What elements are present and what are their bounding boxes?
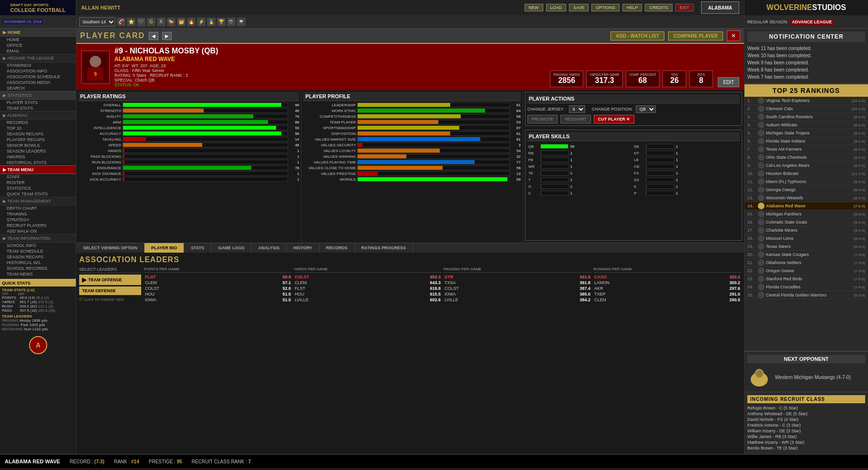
sidebar-item-roster[interactable]: ROSTER	[0, 180, 76, 185]
sidebar-item-email[interactable]: EMAIL	[0, 48, 76, 54]
position-select[interactable]: QB	[636, 105, 656, 113]
notification-center: NOTIFICATION CENTER Week 11 has been com…	[744, 29, 868, 84]
sidebar-item-quick-team-stats[interactable]: QUICK TEAM STATS	[0, 191, 76, 197]
tab-stats[interactable]: STATS	[184, 243, 211, 253]
new-button[interactable]: NEW	[525, 4, 543, 11]
sidebar-item-search[interactable]: SEARCH	[0, 85, 76, 91]
rating-bar-fill	[123, 143, 202, 147]
leader-row: COLST 387.4	[444, 286, 591, 291]
sidebar-item-season-leaders[interactable]: SEASON LEADERS	[0, 148, 76, 154]
sidebar-item-home[interactable]: HOME	[0, 37, 76, 42]
sidebar-item-association-media[interactable]: ASSOCIATION MEDIA	[0, 80, 76, 85]
cut-player-button[interactable]: CUT PLAYER ✕	[594, 115, 634, 123]
icon-lightning[interactable]: 🌩	[237, 18, 246, 26]
sidebar-item-playoff-recaps[interactable]: PLAYOFF RECAPS	[0, 137, 76, 143]
sidebar-item-recruit-players[interactable]: RECRUIT PLAYERS	[0, 223, 76, 228]
sidebar-item-add-walk-on[interactable]: ADD WALK-ON	[0, 228, 76, 234]
icon-g[interactable]: G	[147, 18, 155, 26]
icon-thunder[interactable]: ⚡	[197, 18, 206, 26]
icon-helmet[interactable]: ⛑	[227, 18, 236, 26]
tab-player-bio[interactable]: PLAYER BIO	[145, 243, 184, 253]
rating-label: ARM	[78, 120, 121, 124]
icon-trophy[interactable]: 🏆	[217, 18, 226, 26]
sidebar-item-season-recaps2[interactable]: SEASON RECAPS	[0, 254, 76, 260]
sidebar-item-senior-bowls[interactable]: SENIOR BOWLS	[0, 143, 76, 148]
sidebar-item-awards[interactable]: AWARDS	[0, 154, 76, 160]
pa-action-buttons: PROMOTE REDSHIRT CUT PLAYER ✕	[527, 115, 740, 123]
sidebar-item-strategy[interactable]: STRATEGY	[0, 217, 76, 223]
icon-crown[interactable]: 👑	[177, 18, 186, 26]
sidebar-item-season-recaps[interactable]: SEASON RECAPS	[0, 131, 76, 137]
rating-value: 93	[289, 126, 299, 130]
tab-history[interactable]: HISTORY	[287, 243, 320, 253]
tab-records[interactable]: RECORDS	[320, 243, 355, 253]
next-player-button[interactable]: ▶	[162, 32, 172, 40]
tab-analysis[interactable]: ANALYSIS	[251, 243, 287, 253]
sidebar-item-historical-wl[interactable]: HISTORICAL W/L	[0, 260, 76, 266]
load-button[interactable]: LOAD	[546, 4, 567, 11]
rank-name: Michigan Panthers	[766, 212, 854, 216]
options-button[interactable]: OPTIONS	[591, 4, 620, 11]
sidebar-item-player-stats[interactable]: PLAYER STATS	[0, 100, 76, 105]
help-button[interactable]: HELP	[622, 4, 642, 11]
icon-k[interactable]: K	[157, 18, 165, 26]
prev-player-button[interactable]: ◀	[149, 32, 158, 40]
stat-comp-pct: COMP. PERCENT 68	[626, 71, 660, 87]
credits-button[interactable]: CREDITS	[645, 4, 672, 11]
rank-row: 1. Virginia Tech Explorers (10-1-0)	[744, 97, 868, 105]
promote-button[interactable]: PROMOTE	[527, 115, 558, 123]
team-defense-btn[interactable]: TEAM DEFENSE	[79, 286, 141, 295]
jersey-select[interactable]: 9	[569, 105, 585, 113]
sidebar-item-school-records[interactable]: SCHOOL RECORDS	[0, 266, 76, 271]
sidebar-item-depth-chart[interactable]: DEPTH CHART	[0, 205, 76, 211]
click-to-change: ⓘ CLICK TO CHANGE VIEW	[79, 297, 141, 302]
rank-icon	[758, 162, 765, 169]
icon-horse[interactable]: 🐎	[167, 18, 176, 26]
sidebar-item-team-stats[interactable]: TEAM STATS	[0, 105, 76, 111]
profile-bar-fill	[358, 132, 450, 135]
tab-select-viewing[interactable]: SELECT VIEWING OPTION	[76, 243, 145, 253]
team-logo-icon: A	[29, 336, 48, 355]
qs-rushing-value: Park 1003 yds	[21, 323, 45, 327]
exit-button[interactable]: EXIT	[675, 4, 693, 11]
sidebar-item-records[interactable]: RECORDS	[0, 120, 76, 125]
compare-player-button[interactable]: COMPARE PLAYER	[668, 31, 723, 41]
sidebar-item-statistics[interactable]: STATISTICS	[0, 185, 76, 191]
skill-left-fill	[541, 191, 541, 195]
rank-icon	[758, 105, 765, 112]
skill-row-TE: TE 1	[528, 171, 633, 175]
player-actions-box: PLAYER ACTIONS CHANGE JERSEY : 9 CHANGE …	[525, 92, 742, 126]
profile-label: VALUES PRESTIGE	[303, 172, 356, 176]
add-watchlist-button[interactable]: ADD - WATCH LIST	[610, 31, 664, 41]
rank-record: (9-1-0)	[854, 228, 865, 233]
leader-team: COLST	[295, 275, 310, 279]
sidebar-item-standings[interactable]: STANDINGS	[0, 62, 76, 68]
tab-game-logs[interactable]: GAME LOGS	[211, 243, 251, 253]
sidebar-item-top10[interactable]: TOP 10	[0, 125, 76, 131]
rank-record: (8-2-0)	[854, 147, 865, 152]
icon-fire[interactable]: 🔥	[187, 18, 196, 26]
sidebar-item-team-schedule[interactable]: TEAM SCHEDULE	[0, 248, 76, 254]
sidebar-item-historical-stats[interactable]: HISTORICAL STATS	[0, 160, 76, 165]
sidebar-item-office[interactable]: OFFICE	[0, 42, 76, 48]
icon-medal[interactable]: 🏅	[207, 18, 216, 26]
icon-football[interactable]: 🏈	[117, 18, 125, 26]
save-button[interactable]: SAVE	[569, 4, 589, 11]
icon-star[interactable]: ⭐	[127, 18, 135, 26]
icon-shield[interactable]: 🛡	[137, 18, 145, 26]
conference-select[interactable]: Southern 14	[79, 17, 115, 27]
leader-row: FLST 59.9	[144, 274, 292, 280]
sidebar-item-school-info[interactable]: SCHOOL INFO	[0, 243, 76, 248]
sidebar-item-training[interactable]: TRAINING	[0, 211, 76, 217]
leader-row: LVILLE 602.6	[294, 297, 442, 303]
edit-button[interactable]: EDIT	[718, 77, 739, 87]
close-card-button[interactable]: ✕	[727, 31, 740, 41]
sidebar-item-association-info[interactable]: ASSOCIATION INFO	[0, 68, 76, 74]
sidebar-item-association-schedule[interactable]: ASSOCIATION SCHEDULE	[0, 74, 76, 80]
sidebar-item-team-news[interactable]: TEAM NEWS	[0, 271, 76, 277]
pa-position-label: CHANGE POSITION:	[592, 107, 633, 112]
team-offense-btn[interactable]: ▶ TEAM OFFENSE	[79, 275, 141, 285]
redshirt-button[interactable]: REDSHIRT	[560, 115, 591, 123]
sidebar-item-staff[interactable]: STAFF	[0, 174, 76, 180]
tab-ratings-progress[interactable]: RATINGS PROGRESS	[355, 243, 413, 253]
